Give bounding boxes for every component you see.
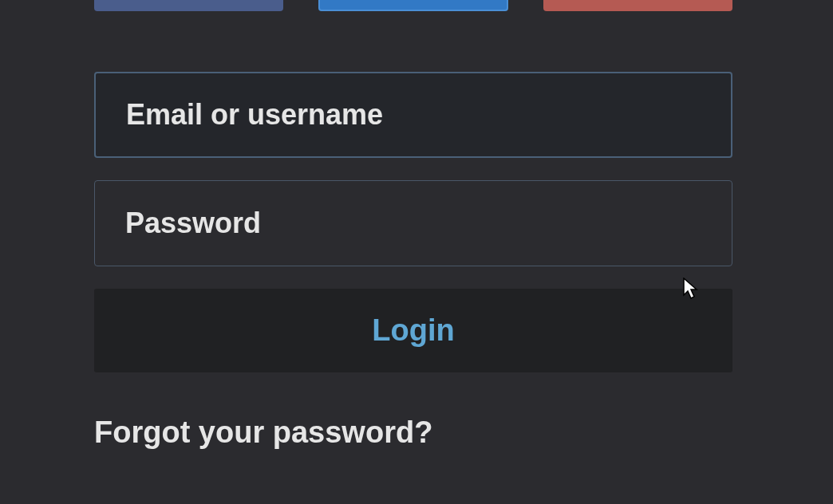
login-form: Email or username Password Login Forgot … [0, 0, 833, 450]
social-facebook-button[interactable] [94, 0, 283, 11]
login-button-label: Login [372, 313, 454, 348]
forgot-password-link[interactable]: Forgot your password? [94, 415, 432, 449]
social-buttons-row [94, 0, 732, 11]
login-button[interactable]: Login [94, 289, 732, 372]
social-google-button[interactable] [543, 0, 732, 11]
password-field[interactable]: Password [94, 180, 732, 266]
social-twitter-button[interactable] [318, 0, 507, 11]
email-field[interactable]: Email or username [94, 72, 732, 158]
email-placeholder: Email or username [126, 98, 383, 132]
password-placeholder: Password [125, 207, 261, 240]
